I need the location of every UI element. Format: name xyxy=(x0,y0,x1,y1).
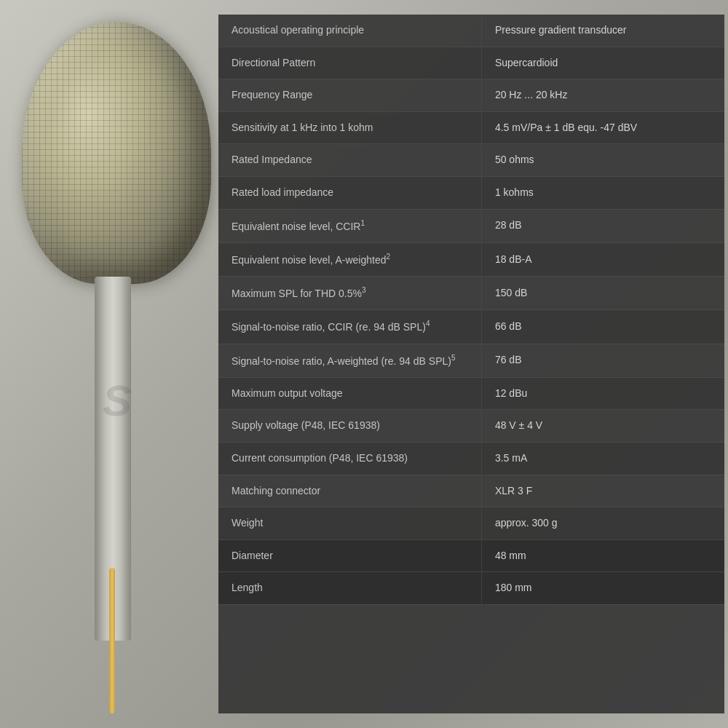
spec-value-supply-voltage: 48 V ± 4 V xyxy=(481,410,724,443)
spec-label-diameter: Diameter xyxy=(218,539,481,572)
spec-label-length: Length xyxy=(218,572,481,605)
spec-label-snr-ccir: Signal-to-noise ratio, CCIR (re. 94 dB S… xyxy=(218,310,481,344)
table-row-acoustical-operating-principle: Acoustical operating principlePressure g… xyxy=(218,15,724,47)
table-row-snr-aweighted: Signal-to-noise ratio, A-weighted (re. 9… xyxy=(218,344,724,377)
spec-value-equivalent-noise-aweighted: 18 dB-A xyxy=(481,242,724,276)
table-row-matching-connector: Matching connectorXLR 3 F xyxy=(218,475,724,507)
spec-value-maximum-spl: 150 dB xyxy=(481,277,724,310)
spec-value-frequency-range: 20 Hz ... 20 kHz xyxy=(481,79,724,112)
brand-logo-ghost: S xyxy=(44,328,189,473)
table-row-directional-pattern: Directional PatternSupercardioid xyxy=(218,47,724,79)
spec-value-snr-aweighted: 76 dB xyxy=(481,344,724,377)
spec-label-weight: Weight xyxy=(218,507,481,540)
spec-label-matching-connector: Matching connector xyxy=(218,475,481,507)
spec-value-diameter: 48 mm xyxy=(481,539,724,572)
table-row-rated-load-impedance: Rated load impedance1 kohms xyxy=(218,176,724,209)
spec-label-supply-voltage: Supply voltage (P48, IEC 61938) xyxy=(218,410,481,443)
specs-panel: Acoustical operating principlePressure g… xyxy=(218,15,724,713)
table-row-diameter: Diameter48 mm xyxy=(218,539,724,572)
spec-value-weight: approx. 300 g xyxy=(481,507,724,540)
mic-mesh xyxy=(22,22,211,284)
spec-value-sensitivity: 4.5 mV/Pa ± 1 dB equ. -47 dBV xyxy=(481,111,724,144)
spec-label-rated-impedance: Rated Impedance xyxy=(218,144,481,177)
spec-label-snr-aweighted: Signal-to-noise ratio, A-weighted (re. 9… xyxy=(218,344,481,377)
table-row-snr-ccir: Signal-to-noise ratio, CCIR (re. 94 dB S… xyxy=(218,310,724,344)
spec-label-equivalent-noise-ccir: Equivalent noise level, CCIR1 xyxy=(218,209,481,242)
table-row-supply-voltage: Supply voltage (P48, IEC 61938)48 V ± 4 … xyxy=(218,410,724,443)
spec-label-current-consumption: Current consumption (P48, IEC 61938) xyxy=(218,443,481,475)
table-row-equivalent-noise-ccir: Equivalent noise level, CCIR128 dB xyxy=(218,209,724,242)
spec-value-equivalent-noise-ccir: 28 dB xyxy=(481,209,724,242)
table-row-rated-impedance: Rated Impedance50 ohms xyxy=(218,144,724,177)
mic-cable xyxy=(109,568,115,713)
table-row-max-output-voltage: Maximum output voltage12 dBu xyxy=(218,377,724,410)
microphone-image: S xyxy=(0,0,233,728)
spec-value-directional-pattern: Supercardioid xyxy=(481,47,724,79)
mic-head xyxy=(22,22,211,284)
spec-value-rated-impedance: 50 ohms xyxy=(481,144,724,177)
table-row-maximum-spl: Maximum SPL for THD 0.5%3150 dB xyxy=(218,277,724,310)
spec-value-current-consumption: 3.5 mA xyxy=(481,443,724,475)
spec-value-snr-ccir: 66 dB xyxy=(481,310,724,344)
table-row-equivalent-noise-aweighted: Equivalent noise level, A-weighted218 dB… xyxy=(218,242,724,276)
spec-value-max-output-voltage: 12 dBu xyxy=(481,377,724,410)
table-row-weight: Weightapprox. 300 g xyxy=(218,507,724,540)
spec-label-max-output-voltage: Maximum output voltage xyxy=(218,377,481,410)
specs-table: Acoustical operating principlePressure g… xyxy=(218,15,724,605)
table-row-length: Length180 mm xyxy=(218,572,724,605)
table-row-current-consumption: Current consumption (P48, IEC 61938)3.5 … xyxy=(218,443,724,475)
spec-value-rated-load-impedance: 1 kohms xyxy=(481,176,724,209)
spec-label-sensitivity: Sensitivity at 1 kHz into 1 kohm xyxy=(218,111,481,144)
spec-value-length: 180 mm xyxy=(481,572,724,605)
spec-label-acoustical-operating-principle: Acoustical operating principle xyxy=(218,15,481,47)
spec-label-maximum-spl: Maximum SPL for THD 0.5%3 xyxy=(218,277,481,310)
spec-label-directional-pattern: Directional Pattern xyxy=(218,47,481,79)
table-row-sensitivity: Sensitivity at 1 kHz into 1 kohm4.5 mV/P… xyxy=(218,111,724,144)
spec-label-equivalent-noise-aweighted: Equivalent noise level, A-weighted2 xyxy=(218,242,481,276)
spec-value-matching-connector: XLR 3 F xyxy=(481,475,724,507)
spec-value-acoustical-operating-principle: Pressure gradient transducer xyxy=(481,15,724,47)
spec-label-frequency-range: Frequency Range xyxy=(218,79,481,112)
spec-label-rated-load-impedance: Rated load impedance xyxy=(218,176,481,209)
table-row-frequency-range: Frequency Range20 Hz ... 20 kHz xyxy=(218,79,724,112)
